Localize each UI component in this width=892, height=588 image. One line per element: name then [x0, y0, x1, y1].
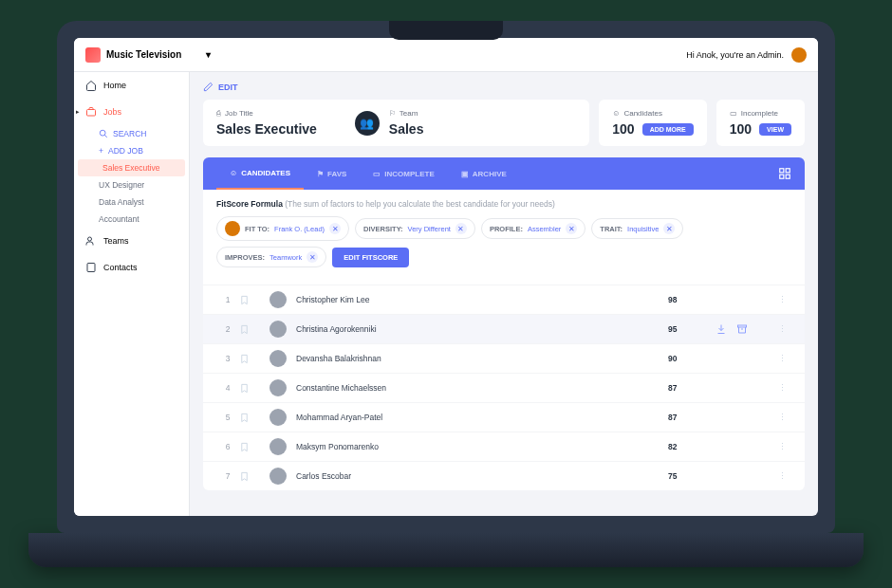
svg-rect-4 — [780, 169, 784, 173]
view-button[interactable]: VIEW — [759, 123, 791, 136]
chip-key: TRAIT: — [600, 225, 623, 233]
more-icon[interactable]: ⋮ — [772, 383, 791, 393]
tab-favs[interactable]: ⚑FAVS — [304, 157, 360, 190]
add-more-button[interactable]: ADD MORE — [642, 123, 694, 136]
chevron-down-icon: ▾ — [206, 49, 211, 60]
sidebar-item-home[interactable]: Home — [74, 72, 189, 99]
team-avatar: 👥 — [355, 111, 380, 136]
chip-key: DIVERSITY: — [363, 225, 403, 233]
avatar — [269, 350, 287, 367]
candidates-panel: FitScore Formula (The sum of factors to … — [203, 190, 805, 490]
bookmark-icon[interactable] — [239, 471, 260, 482]
more-icon[interactable]: ⋮ — [772, 354, 791, 363]
avatar[interactable] — [791, 47, 807, 63]
sidebar-search[interactable]: SEARCH — [74, 125, 189, 142]
briefcase-icon: ⎙ — [216, 109, 221, 118]
bookmark-icon[interactable] — [239, 295, 260, 305]
filter-chip[interactable]: PROFILE:Assembler✕ — [481, 218, 585, 239]
tab-candidates[interactable]: ☺CANDIDATES — [216, 157, 304, 190]
plus-icon: + — [99, 146, 103, 156]
bookmark-icon[interactable] — [239, 383, 260, 394]
more-icon[interactable]: ⋮ — [772, 295, 791, 304]
laptop-base — [28, 533, 864, 567]
close-icon[interactable]: ✕ — [307, 251, 318, 263]
edit-button[interactable]: EDIT — [203, 82, 805, 92]
sidebar-search-label: SEARCH — [113, 129, 146, 138]
main-content: EDIT ⎙Job Title Sales Executive 👥 ⚐Team … — [190, 72, 818, 516]
archive-icon[interactable] — [736, 323, 748, 335]
tab-incomplete[interactable]: ▭INCOMPLETE — [360, 157, 447, 190]
sidebar-add-job[interactable]: + ADD JOB — [74, 142, 189, 159]
team-value: Sales — [389, 121, 424, 137]
avatar — [269, 468, 287, 485]
users-icon: ☺ — [612, 109, 620, 118]
sidebar-item-contacts[interactable]: Contacts — [74, 254, 189, 281]
table-row[interactable]: 2 Christina Agorokenniki 95 ⋮ — [203, 314, 805, 343]
more-icon[interactable]: ⋮ — [772, 324, 791, 334]
brand-logo — [85, 47, 101, 63]
table-row[interactable]: 3 Devansha Balakrishnan 90 ⋮ — [203, 343, 805, 373]
table-row[interactable]: 4 Constantine Michaelssen 87 ⋮ — [203, 373, 805, 402]
sidebar-item-label: Teams — [103, 236, 129, 246]
contacts-icon — [85, 262, 97, 273]
svg-point-2 — [88, 237, 92, 241]
table-row[interactable]: 5 Mohammad Aryan-Patel 87 ⋮ — [203, 402, 805, 432]
notch — [389, 21, 503, 40]
chip-value: Teamwork — [269, 253, 302, 262]
bookmark-icon[interactable] — [239, 354, 260, 364]
teams-icon — [85, 235, 97, 247]
edit-label: EDIT — [218, 83, 238, 92]
row-index: 3 — [216, 354, 239, 363]
sidebar-item-teams[interactable]: Teams — [74, 228, 189, 254]
tab-archive[interactable]: ▣ARCHIVE — [448, 157, 520, 190]
sidebar-item-jobs[interactable]: Jobs — [74, 99, 189, 125]
job-title-value: Sales Executive — [216, 121, 317, 137]
sidebar-job-item[interactable]: UX Designer — [74, 176, 189, 193]
bookmark-icon[interactable] — [239, 324, 260, 335]
close-icon[interactable]: ✕ — [455, 223, 467, 234]
app-screen: Music Television ▾ Hi Anok, you're an Ad… — [74, 38, 818, 516]
filter-chip[interactable]: TRAIT:Inquisitive✕ — [591, 218, 683, 239]
bookmark-icon[interactable] — [239, 442, 260, 452]
more-icon[interactable]: ⋮ — [772, 442, 791, 451]
close-icon[interactable]: ✕ — [663, 223, 675, 234]
chip-key: FIT TO: — [245, 225, 269, 233]
topbar: Music Television ▾ Hi Anok, you're an Ad… — [74, 38, 818, 72]
sidebar-item-label: Contacts — [103, 263, 138, 272]
sidebar-job-item[interactable]: Accountant — [74, 211, 189, 228]
tabs-bar: ☺CANDIDATES ⚑FAVS ▭INCOMPLETE ▣ARCHIVE — [203, 157, 805, 190]
table-row[interactable]: 7 Carlos Escobar 75 ⋮ — [203, 461, 805, 490]
chip-value: Assembler — [528, 225, 561, 233]
avatar — [225, 221, 240, 236]
table-row[interactable]: 1 Christopher Kim Lee 98 ⋮ — [203, 285, 805, 314]
more-icon[interactable]: ⋮ — [772, 413, 791, 422]
briefcase-icon — [85, 106, 97, 118]
filter-chip[interactable]: IMPROVES:Teamwork✕ — [216, 247, 326, 267]
sidebar-job-item[interactable]: Sales Executive — [78, 159, 185, 176]
candidate-score: 87 — [668, 413, 715, 422]
svg-rect-6 — [780, 175, 784, 178]
candidate-name: Devansha Balakrishnan — [296, 354, 668, 363]
filter-chip[interactable]: FIT TO:Frank O. (Lead)✕ — [216, 216, 349, 241]
filter-chip[interactable]: DIVERSITY:Very Different✕ — [355, 218, 475, 239]
table-row[interactable]: 6 Maksym Ponomarenko 82 ⋮ — [203, 432, 805, 461]
candidate-score: 82 — [668, 442, 715, 451]
search-icon — [99, 129, 108, 138]
close-icon[interactable]: ✕ — [566, 223, 577, 234]
download-icon[interactable] — [715, 323, 727, 335]
brand-selector[interactable]: Music Television ▾ — [85, 47, 211, 63]
edit-icon — [203, 82, 214, 92]
edit-fitscore-button[interactable]: EDIT FITSCORE — [332, 248, 409, 267]
sidebar-item-label: Home — [103, 81, 126, 90]
bookmark-icon[interactable] — [239, 413, 260, 423]
avatar — [269, 379, 287, 396]
close-icon[interactable]: ✕ — [329, 223, 341, 234]
card-job-team: ⎙Job Title Sales Executive 👥 ⚐Team Sales — [203, 100, 589, 146]
chip-value: Frank O. (Lead) — [274, 225, 325, 233]
chip-value: Very Different — [408, 225, 451, 233]
sidebar-job-item[interactable]: Data Analyst — [74, 193, 189, 211]
grid-view-button[interactable] — [778, 167, 791, 180]
candidate-score: 75 — [668, 471, 715, 481]
more-icon[interactable]: ⋮ — [772, 471, 791, 481]
svg-rect-7 — [786, 175, 790, 178]
